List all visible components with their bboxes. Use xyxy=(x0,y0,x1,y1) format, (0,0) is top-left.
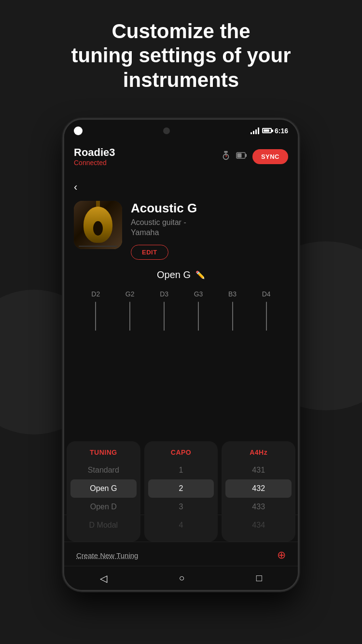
tuning-option-opend[interactable]: Open D xyxy=(67,498,140,516)
a4hz-option-433[interactable]: 433 xyxy=(222,498,295,516)
back-button[interactable]: ‹ xyxy=(74,181,288,194)
status-right: 6:16 xyxy=(251,127,288,135)
device-name: Roadie3 xyxy=(74,146,115,159)
nav-recents-icon[interactable]: □ xyxy=(256,573,262,584)
edit-button[interactable]: EDIT xyxy=(131,245,168,260)
create-row[interactable]: Create New Tuning ⊕ xyxy=(64,542,298,568)
capo-option-3[interactable]: 3 xyxy=(144,498,218,516)
header-line2: tuning settings of your xyxy=(71,44,291,67)
connection-status: Connected xyxy=(74,159,115,167)
status-time: 6:16 xyxy=(275,127,288,135)
tuning-option-dmodal[interactable]: D Modal xyxy=(67,516,140,534)
string-note-d3: D3 xyxy=(160,290,168,298)
capo-option-4[interactable]: 4 xyxy=(144,516,218,534)
svg-rect-5 xyxy=(245,154,247,157)
svg-line-3 xyxy=(226,155,227,157)
string-note-d2: D2 xyxy=(91,290,100,298)
phone-device: 6:16 Roadie3 Connected xyxy=(63,118,299,591)
instrument-image xyxy=(74,201,122,249)
camera-dot xyxy=(163,127,170,134)
create-icon[interactable]: ⊕ xyxy=(277,549,286,561)
string-g2: G2 xyxy=(125,290,135,331)
nav-home-icon[interactable]: ○ xyxy=(179,573,184,584)
string-g3: G3 xyxy=(194,290,203,331)
string-d2: D2 xyxy=(91,290,100,331)
string-d3: D3 xyxy=(160,290,168,331)
string-line-d2 xyxy=(95,302,96,331)
instrument-card: Acoustic G Acoustic guitar -Yamaha EDIT xyxy=(74,201,288,260)
create-label: Create New Tuning xyxy=(76,551,138,560)
device-battery-icon xyxy=(236,152,248,161)
string-note-b3: B3 xyxy=(228,290,237,298)
capo-picker-header: CAPO xyxy=(144,448,218,456)
instrument-name: Acoustic G xyxy=(131,201,288,216)
string-line-b3 xyxy=(232,302,233,331)
a4hz-option-434[interactable]: 434 xyxy=(222,516,295,534)
status-bar: 6:16 xyxy=(64,120,298,141)
instrument-type: Acoustic guitar -Yamaha xyxy=(131,218,288,238)
picker-panel: TUNING Standard Open G Open D D Modal CA… xyxy=(63,441,299,542)
string-line-d4 xyxy=(266,302,267,331)
nav-back-icon[interactable]: ◁ xyxy=(100,573,107,584)
string-b3: B3 xyxy=(228,290,237,331)
current-tuning: Open G xyxy=(157,269,191,280)
tuning-option-openg[interactable]: Open G xyxy=(70,479,137,498)
tuning-label-row: Open G ✏️ xyxy=(74,269,288,280)
status-left xyxy=(74,126,83,135)
string-line-g2 xyxy=(129,302,130,331)
a4hz-option-432[interactable]: 432 xyxy=(225,479,292,498)
android-icon xyxy=(74,126,83,135)
header-text: Customize the tuning settings of your in… xyxy=(0,19,362,92)
app-title-section: Roadie3 Connected xyxy=(74,146,115,167)
string-note-g2: G2 xyxy=(125,290,135,298)
a4hz-picker-header: A4Hz xyxy=(222,448,295,456)
string-d4: D4 xyxy=(262,290,271,331)
sync-button[interactable]: SYNC xyxy=(252,149,288,164)
tuner-icon[interactable] xyxy=(221,150,231,163)
tuning-edit-icon[interactable]: ✏️ xyxy=(195,270,205,280)
capo-picker[interactable]: CAPO 1 2 3 4 xyxy=(144,441,218,542)
capo-option-1[interactable]: 1 xyxy=(144,461,218,479)
string-note-d4: D4 xyxy=(262,290,271,298)
string-note-g3: G3 xyxy=(194,290,203,298)
tuning-picker[interactable]: TUNING Standard Open G Open D D Modal xyxy=(67,441,140,542)
battery-icon xyxy=(262,128,272,133)
header-line3: instruments xyxy=(123,69,239,91)
a4hz-picker[interactable]: A4Hz 431 432 433 434 xyxy=(222,441,295,542)
capo-option-2[interactable]: 2 xyxy=(148,479,214,498)
signal-icon xyxy=(251,127,259,134)
screen-content: ‹ Acoustic G Acoustic guitar -Yamaha EDI… xyxy=(64,174,298,343)
instrument-info: Acoustic G Acoustic guitar -Yamaha EDIT xyxy=(131,201,288,260)
app-header-right: SYNC xyxy=(221,149,288,164)
app-header: Roadie3 Connected SYNC xyxy=(64,141,298,174)
header-line1: Customize the xyxy=(111,20,250,42)
svg-rect-6 xyxy=(237,154,241,158)
tuning-option-standard[interactable]: Standard xyxy=(67,461,140,479)
strings-container: D2 G2 D3 G3 B3 D4 xyxy=(74,290,288,331)
a4hz-option-431[interactable]: 431 xyxy=(222,461,295,479)
tuning-picker-header: TUNING xyxy=(67,448,140,456)
string-line-g3 xyxy=(198,302,199,331)
nav-bar: ◁ ○ □ xyxy=(64,566,298,590)
string-line-d3 xyxy=(164,302,165,331)
svg-rect-0 xyxy=(224,151,227,153)
